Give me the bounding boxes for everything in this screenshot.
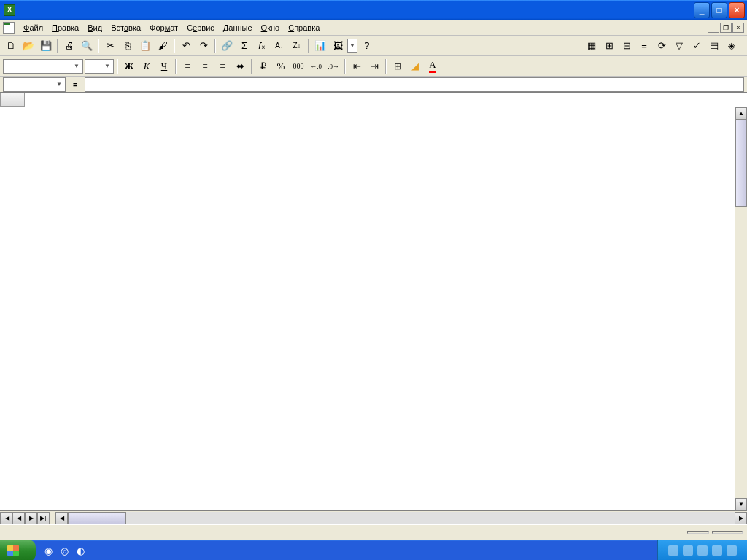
subtotal-button[interactable]: ≡: [636, 38, 652, 54]
close-button[interactable]: ×: [729, 2, 745, 18]
fill-color-button[interactable]: ◢: [407, 58, 423, 74]
minimize-button[interactable]: _: [694, 2, 710, 18]
document-icon: [3, 22, 15, 34]
system-tray[interactable]: [657, 540, 747, 560]
tab-nav-next[interactable]: ▶: [25, 512, 37, 524]
tray-icon[interactable]: [727, 545, 737, 556]
formula-equals-icon[interactable]: =: [69, 80, 82, 89]
tab-nav-first[interactable]: |◀: [0, 512, 12, 524]
currency-button[interactable]: ₽: [255, 58, 271, 74]
tray-icon[interactable]: [683, 545, 693, 556]
name-box[interactable]: ▼: [3, 77, 66, 92]
paste-button[interactable]: 📋: [137, 38, 153, 54]
scroll-left-button[interactable]: ◀: [55, 512, 68, 524]
validation-button[interactable]: ✓: [689, 38, 705, 54]
select-all-corner[interactable]: [0, 93, 25, 107]
autosum-button[interactable]: Σ: [236, 38, 252, 54]
tray-icon[interactable]: [668, 545, 678, 556]
formula-input[interactable]: [85, 77, 744, 92]
align-center-button[interactable]: ≡: [197, 58, 213, 74]
scroll-right-button[interactable]: ▶: [735, 512, 747, 524]
maximize-button[interactable]: □: [711, 2, 727, 18]
quick-launch-icon[interactable]: ◎: [56, 542, 72, 559]
undo-button[interactable]: ↶: [178, 38, 194, 54]
scenario-button[interactable]: ◈: [724, 38, 740, 54]
open-button[interactable]: 📂: [20, 38, 36, 54]
quick-launch-icon[interactable]: ◐: [72, 542, 88, 559]
comma-button[interactable]: 000: [290, 58, 306, 74]
redo-button[interactable]: ↷: [196, 38, 212, 54]
scroll-down-button[interactable]: ▼: [735, 498, 747, 510]
menu-tools[interactable]: Сервис: [182, 22, 219, 34]
drawing-button[interactable]: 🖼: [330, 38, 346, 54]
horizontal-scrollbar[interactable]: ◀ ▶: [55, 512, 747, 524]
menu-file[interactable]: Файл: [19, 22, 47, 34]
font-color-button[interactable]: A: [425, 58, 441, 74]
print-preview-button[interactable]: 🔍: [79, 38, 95, 54]
print-button[interactable]: 🖨: [61, 38, 77, 54]
underline-button[interactable]: Ч: [156, 58, 172, 74]
pivot-button[interactable]: ▦: [584, 38, 600, 54]
vscroll-thumb[interactable]: [735, 120, 747, 207]
windows-logo-icon: [7, 545, 19, 556]
merge-center-button[interactable]: ⬌: [232, 58, 248, 74]
menu-view[interactable]: Вид: [83, 22, 107, 34]
mdi-minimize-button[interactable]: _: [708, 23, 719, 33]
menu-insert[interactable]: Вставка: [107, 22, 145, 34]
decrease-indent-button[interactable]: ⇤: [349, 58, 365, 74]
form-button[interactable]: ▤: [706, 38, 722, 54]
spreadsheet-grid[interactable]: ▲ ▼: [0, 93, 747, 510]
sort-asc-button[interactable]: A↓: [271, 38, 287, 54]
status-bar: [0, 524, 747, 540]
tab-nav-last[interactable]: ▶|: [37, 512, 50, 524]
vertical-scrollbar[interactable]: ▲ ▼: [735, 107, 747, 510]
mdi-restore-button[interactable]: ❐: [720, 23, 732, 33]
quick-launch-icon[interactable]: ◉: [40, 542, 56, 559]
ungroup-button[interactable]: ⊟: [619, 38, 635, 54]
font-size-combo[interactable]: ▼: [85, 59, 114, 74]
menu-data[interactable]: Данные: [219, 22, 257, 34]
new-button[interactable]: 🗋: [3, 38, 19, 54]
menu-format[interactable]: Формат: [145, 22, 182, 34]
refresh-button[interactable]: ⟳: [654, 38, 670, 54]
copy-button[interactable]: ⎘: [120, 38, 136, 54]
numlock-indicator: [687, 531, 709, 534]
excel-app-icon: X: [4, 4, 15, 16]
function-button[interactable]: fₓ: [254, 38, 270, 54]
format-painter-button[interactable]: 🖌: [155, 38, 171, 54]
sort-desc-button[interactable]: Z↓: [289, 38, 305, 54]
sheet-tab-bar: |◀ ◀ ▶ ▶| ◀ ▶: [0, 510, 747, 524]
windows-taskbar: ◉ ◎ ◐: [0, 540, 747, 560]
scroll-up-button[interactable]: ▲: [735, 107, 747, 120]
bold-button[interactable]: Ж: [121, 58, 137, 74]
cut-button[interactable]: ✂: [102, 38, 118, 54]
tray-icon[interactable]: [697, 545, 708, 556]
hscroll-thumb[interactable]: [68, 512, 126, 524]
save-button[interactable]: 💾: [38, 38, 54, 54]
formula-bar: ▼ =: [0, 77, 747, 93]
decrease-decimal-button[interactable]: ,0→: [325, 58, 341, 74]
zoom-combo[interactable]: ▼: [347, 39, 357, 53]
tab-nav-prev[interactable]: ◀: [12, 512, 25, 524]
menu-bar: Файл Правка Вид Вставка Формат Сервис Да…: [0, 20, 747, 36]
start-button[interactable]: [0, 540, 36, 560]
standard-toolbar: 🗋 📂 💾 🖨 🔍 ✂ ⎘ 📋 🖌 ↶ ↷ 🔗 Σ fₓ A↓ Z↓ 📊 🖼 ▼…: [0, 36, 747, 56]
filter-button[interactable]: ▽: [671, 38, 687, 54]
increase-decimal-button[interactable]: ←,0: [308, 58, 324, 74]
align-left-button[interactable]: ≡: [179, 58, 196, 74]
borders-button[interactable]: ⊞: [390, 58, 406, 74]
chart-button[interactable]: 📊: [312, 38, 328, 54]
menu-edit[interactable]: Правка: [47, 22, 83, 34]
percent-button[interactable]: %: [273, 58, 289, 74]
align-right-button[interactable]: ≡: [214, 58, 231, 74]
help-button[interactable]: ?: [359, 38, 375, 54]
group-button[interactable]: ⊞: [601, 38, 617, 54]
tray-icon[interactable]: [712, 545, 722, 556]
hyperlink-button[interactable]: 🔗: [219, 38, 235, 54]
font-name-combo[interactable]: ▼: [3, 59, 83, 74]
menu-window[interactable]: Окно: [257, 22, 285, 34]
menu-help[interactable]: Справка: [284, 22, 324, 34]
italic-button[interactable]: К: [139, 58, 155, 74]
mdi-close-button[interactable]: ×: [732, 23, 744, 33]
increase-indent-button[interactable]: ⇥: [366, 58, 382, 74]
